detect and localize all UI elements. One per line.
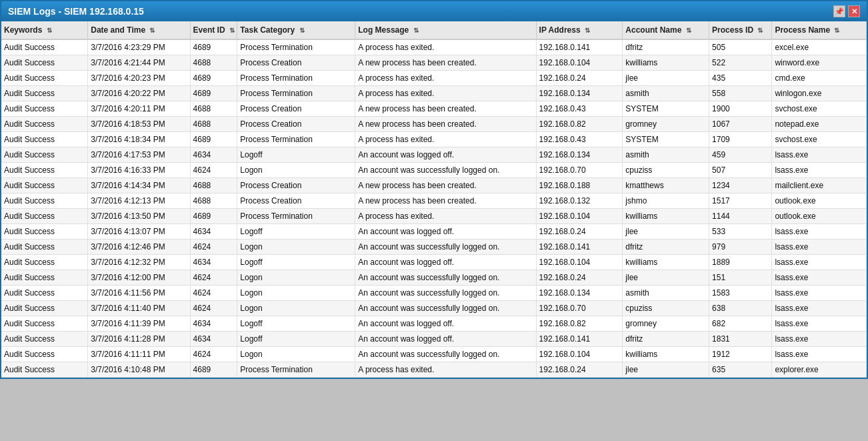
cell-ipaddress: 192.168.0.134 — [536, 286, 623, 301]
cell-ipaddress: 192.168.0.141 — [536, 39, 623, 55]
cell-processid: 1144 — [709, 209, 772, 224]
cell-eventid: 4624 — [190, 347, 237, 362]
title-bar: SIEM Logs - SIEM 192.168.0.15 📌 ✕ — [1, 1, 867, 21]
table-row[interactable]: Audit Success3/7/2016 4:18:53 PM4688Proc… — [1, 117, 867, 132]
col-header-eventid[interactable]: Event ID ⇅ — [190, 21, 237, 39]
cell-processid: 979 — [709, 240, 772, 255]
cell-ipaddress: 192.168.0.82 — [536, 117, 623, 132]
table-row[interactable]: Audit Success3/7/2016 4:17:53 PM4634Logo… — [1, 147, 867, 163]
cell-taskcategory: Process Creation — [237, 101, 355, 117]
cell-accountname: jlee — [623, 224, 709, 240]
col-header-logmessage[interactable]: Log Message ⇅ — [355, 21, 536, 39]
table-row[interactable]: Audit Success3/7/2016 4:12:32 PM4634Logo… — [1, 255, 867, 270]
table-row[interactable]: Audit Success3/7/2016 4:14:34 PM4688Proc… — [1, 178, 867, 193]
cell-datetime: 3/7/2016 4:11:56 PM — [88, 286, 190, 301]
col-header-taskcategory[interactable]: Task Category ⇅ — [237, 21, 355, 39]
table-row[interactable]: Audit Success3/7/2016 4:20:11 PM4688Proc… — [1, 101, 867, 117]
cell-processid: 1912 — [709, 347, 772, 362]
cell-processname: svchost.exe — [772, 101, 867, 117]
window-title: SIEM Logs - SIEM 192.168.0.15 — [8, 6, 144, 17]
cell-processname: lsass.exe — [772, 147, 867, 163]
cell-processname: winlogon.exe — [772, 86, 867, 101]
table-row[interactable]: Audit Success3/7/2016 4:11:11 PM4624Logo… — [1, 347, 867, 362]
cell-processid: 459 — [709, 147, 772, 163]
cell-processname: lsass.exe — [772, 332, 867, 347]
table-row[interactable]: Audit Success3/7/2016 4:12:13 PM4688Proc… — [1, 193, 867, 209]
cell-taskcategory: Logon — [237, 163, 355, 178]
cell-datetime: 3/7/2016 4:11:11 PM — [88, 347, 190, 362]
cell-logmessage: A new process has been created. — [355, 55, 536, 71]
cell-datetime: 3/7/2016 4:12:46 PM — [88, 240, 190, 255]
cell-ipaddress: 192.168.0.24 — [536, 362, 623, 378]
col-header-ipaddress[interactable]: IP Address ⇅ — [536, 21, 623, 39]
cell-processname: svchost.exe — [772, 132, 867, 147]
cell-datetime: 3/7/2016 4:10:48 PM — [88, 362, 190, 378]
table-row[interactable]: Audit Success3/7/2016 4:11:39 PM4634Logo… — [1, 316, 867, 332]
cell-datetime: 3/7/2016 4:11:40 PM — [88, 301, 190, 316]
cell-keywords: Audit Success — [1, 117, 88, 132]
table-row[interactable]: Audit Success3/7/2016 4:11:40 PM4624Logo… — [1, 301, 867, 316]
col-header-processid[interactable]: Process ID ⇅ — [709, 21, 772, 39]
cell-processname: lsass.exe — [772, 316, 867, 332]
table-row[interactable]: Audit Success3/7/2016 4:11:28 PM4634Logo… — [1, 332, 867, 347]
table-row[interactable]: Audit Success3/7/2016 4:10:48 PM4689Proc… — [1, 362, 867, 378]
cell-logmessage: An account was successfully logged on. — [355, 347, 536, 362]
cell-ipaddress: 192.168.0.70 — [536, 301, 623, 316]
table-row[interactable]: Audit Success3/7/2016 4:13:07 PM4634Logo… — [1, 224, 867, 240]
table-row[interactable]: Audit Success3/7/2016 4:18:34 PM4689Proc… — [1, 132, 867, 147]
cell-eventid: 4624 — [190, 240, 237, 255]
cell-datetime: 3/7/2016 4:11:39 PM — [88, 316, 190, 332]
table-row[interactable]: Audit Success3/7/2016 4:13:50 PM4689Proc… — [1, 209, 867, 224]
cell-ipaddress: 192.168.0.24 — [536, 71, 623, 86]
sort-icon-datetime: ⇅ — [149, 27, 155, 34]
cell-ipaddress: 192.168.0.82 — [536, 316, 623, 332]
sort-icon-keywords: ⇅ — [47, 27, 52, 34]
cell-eventid: 4634 — [190, 316, 237, 332]
sort-icon-processid: ⇅ — [757, 27, 763, 34]
cell-eventid: 4689 — [190, 86, 237, 101]
cell-datetime: 3/7/2016 4:16:33 PM — [88, 163, 190, 178]
close-button[interactable]: ✕ — [848, 5, 860, 17]
cell-keywords: Audit Success — [1, 224, 88, 240]
cell-processname: outlook.exe — [772, 209, 867, 224]
cell-logmessage: An account was logged off. — [355, 224, 536, 240]
cell-logmessage: An account was successfully logged on. — [355, 301, 536, 316]
table-row[interactable]: Audit Success3/7/2016 4:20:22 PM4689Proc… — [1, 86, 867, 101]
cell-ipaddress: 192.168.0.134 — [536, 86, 623, 101]
table-row[interactable]: Audit Success3/7/2016 4:12:46 PM4624Logo… — [1, 240, 867, 255]
cell-processname: lsass.exe — [772, 224, 867, 240]
cell-logmessage: An account was successfully logged on. — [355, 163, 536, 178]
col-header-keywords[interactable]: Keywords ⇅ — [1, 21, 88, 39]
cell-processid: 558 — [709, 86, 772, 101]
cell-keywords: Audit Success — [1, 178, 88, 193]
table-row[interactable]: Audit Success3/7/2016 4:20:23 PM4689Proc… — [1, 71, 867, 86]
cell-ipaddress: 192.168.0.70 — [536, 163, 623, 178]
col-header-processname[interactable]: Process Name ⇅ — [772, 21, 867, 39]
cell-eventid: 4634 — [190, 147, 237, 163]
cell-datetime: 3/7/2016 4:20:11 PM — [88, 101, 190, 117]
pin-button[interactable]: 📌 — [833, 5, 845, 17]
cell-eventid: 4689 — [190, 39, 237, 55]
cell-accountname: dfritz — [623, 240, 709, 255]
cell-keywords: Audit Success — [1, 55, 88, 71]
cell-accountname: cpuziss — [623, 301, 709, 316]
cell-processid: 435 — [709, 71, 772, 86]
cell-taskcategory: Logoff — [237, 147, 355, 163]
cell-eventid: 4688 — [190, 117, 237, 132]
table-row[interactable]: Audit Success3/7/2016 4:16:33 PM4624Logo… — [1, 163, 867, 178]
cell-keywords: Audit Success — [1, 132, 88, 147]
col-header-datetime[interactable]: Date and Time ⇅ — [88, 21, 190, 39]
cell-eventid: 4688 — [190, 193, 237, 209]
col-header-accountname[interactable]: Account Name ⇅ — [623, 21, 709, 39]
table-row[interactable]: Audit Success3/7/2016 4:12:00 PM4624Logo… — [1, 270, 867, 286]
cell-keywords: Audit Success — [1, 270, 88, 286]
cell-accountname: jlee — [623, 71, 709, 86]
table-row[interactable]: Audit Success3/7/2016 4:21:44 PM4688Proc… — [1, 55, 867, 71]
table-row[interactable]: Audit Success3/7/2016 4:23:29 PM4689Proc… — [1, 39, 867, 55]
cell-logmessage: A new process has been created. — [355, 117, 536, 132]
cell-accountname: kwilliams — [623, 209, 709, 224]
table-row[interactable]: Audit Success3/7/2016 4:11:56 PM4624Logo… — [1, 286, 867, 301]
cell-ipaddress: 192.168.0.43 — [536, 101, 623, 117]
cell-ipaddress: 192.168.0.188 — [536, 178, 623, 193]
sort-icon-processname: ⇅ — [834, 27, 839, 34]
